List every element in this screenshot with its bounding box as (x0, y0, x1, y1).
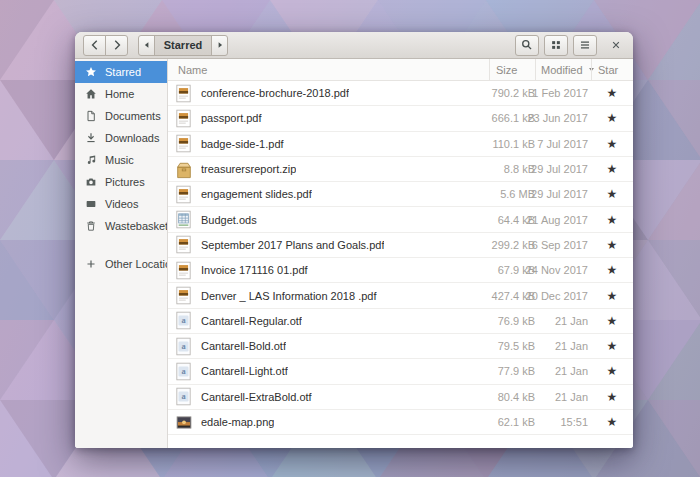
titlebar[interactable]: Starred (75, 32, 633, 59)
file-name-cell: treasurersreport.zip (168, 159, 489, 180)
sidebar-spacer (75, 237, 167, 253)
table-row[interactable]: badge-side-1.pdf110.1 kB7 Jul 2017★ (168, 132, 633, 157)
file-name: edale-map.png (201, 416, 274, 428)
star-icon[interactable]: ★ (607, 87, 618, 99)
table-row[interactable]: September 2017 Plans and Goals.pdf299.2 … (168, 233, 633, 258)
file-name-cell: Denver _ LAS Information 2018 .pdf (168, 285, 489, 306)
sidebar-item-label: Wastebasket (105, 220, 168, 232)
triangle-right-icon (214, 39, 226, 51)
table-row[interactable]: aCantarell-Regular.otf76.9 kB21 Jan★ (168, 309, 633, 334)
chevron-right-icon (110, 38, 124, 52)
file-size: 76.9 kB (489, 315, 535, 327)
back-button[interactable] (83, 35, 106, 56)
sidebar-item-label: Documents (105, 110, 161, 122)
star-icon[interactable]: ★ (607, 391, 618, 403)
file-modified: 20 Dec 2017 (535, 290, 591, 302)
search-button[interactable] (515, 35, 539, 56)
star-icon[interactable]: ★ (607, 340, 618, 352)
sidebar-item-videos[interactable]: Videos (75, 193, 167, 215)
sidebar-item-other-locations[interactable]: Other Locations (75, 253, 167, 275)
star-icon[interactable]: ★ (607, 315, 618, 327)
history-nav (83, 35, 128, 56)
file-name-cell: passport.pdf (168, 108, 489, 129)
file-size: 77.9 kB (489, 365, 535, 377)
star-icon[interactable]: ★ (607, 239, 618, 251)
file-star-cell: ★ (591, 264, 633, 276)
trash-icon (85, 220, 97, 232)
star-icon[interactable]: ★ (607, 365, 618, 377)
table-row[interactable]: aCantarell-Light.otf77.9 kB21 Jan★ (168, 359, 633, 384)
star-icon[interactable]: ★ (607, 138, 618, 150)
sidebar-item-label: Videos (105, 198, 138, 210)
image-file-icon (175, 412, 192, 433)
sidebar-item-pictures[interactable]: Pictures (75, 171, 167, 193)
star-icon[interactable]: ★ (607, 163, 618, 175)
table-row[interactable]: treasurersreport.zip8.8 kB29 Jul 2017★ (168, 157, 633, 182)
pdf-file-icon (175, 285, 192, 306)
file-modified: 23 Jun 2017 (535, 112, 591, 124)
table-row[interactable]: Budget.ods64.4 kB21 Aug 2017★ (168, 207, 633, 232)
file-star-cell: ★ (591, 239, 633, 251)
table-row[interactable]: edale-map.png62.1 kB15:51★ (168, 410, 633, 435)
file-name-cell: aCantarell-Light.otf (168, 361, 489, 382)
column-header-name[interactable]: Name (168, 59, 489, 80)
download-icon (85, 132, 97, 144)
path-segment-starred[interactable]: Starred (154, 35, 212, 56)
table-row[interactable]: Invoice 171116 01.pdf67.9 kB24 Nov 2017★ (168, 258, 633, 283)
table-row[interactable]: aCantarell-ExtraBold.otf80.4 kB21 Jan★ (168, 385, 633, 410)
menu-button[interactable] (573, 35, 597, 56)
font-file-icon: a (175, 386, 192, 407)
forward-button[interactable] (105, 35, 128, 56)
hamburger-menu-icon (578, 38, 592, 52)
sidebar-item-starred[interactable]: Starred (75, 61, 167, 83)
star-icon[interactable]: ★ (607, 112, 618, 124)
file-modified: 7 Jul 2017 (535, 138, 591, 150)
file-size: 79.5 kB (489, 340, 535, 352)
file-name: engagement slides.pdf (201, 188, 312, 200)
table-row[interactable]: passport.pdf666.1 kB23 Jun 2017★ (168, 106, 633, 131)
star-icon[interactable]: ★ (607, 264, 618, 276)
file-star-cell: ★ (591, 163, 633, 175)
sidebar-item-downloads[interactable]: Downloads (75, 127, 167, 149)
star-icon[interactable]: ★ (607, 188, 618, 200)
file-rows: conference-brochure-2018.pdf790.2 kB1 Fe… (168, 81, 633, 448)
file-name-cell: aCantarell-Regular.otf (168, 310, 489, 331)
grid-view-button[interactable] (544, 35, 568, 56)
star-icon[interactable]: ★ (607, 416, 618, 428)
table-row[interactable]: conference-brochure-2018.pdf790.2 kB1 Fe… (168, 81, 633, 106)
file-name-cell: engagement slides.pdf (168, 184, 489, 205)
table-row[interactable]: Denver _ LAS Information 2018 .pdf427.4 … (168, 283, 633, 308)
file-name-cell: Invoice 171116 01.pdf (168, 260, 489, 281)
triangle-left-icon (141, 39, 153, 51)
path-scroll-right-button[interactable] (211, 35, 228, 56)
table-row[interactable]: aCantarell-Bold.otf79.5 kB21 Jan★ (168, 334, 633, 359)
sidebar-item-label: Starred (105, 66, 141, 78)
document-icon (85, 110, 97, 122)
sidebar-item-wastebasket[interactable]: Wastebasket (75, 215, 167, 237)
window-content: StarredHomeDocumentsDownloadsMusicPictur… (75, 59, 633, 448)
file-star-cell: ★ (591, 391, 633, 403)
pdf-file-icon (175, 184, 192, 205)
sidebar-item-label: Other Locations (105, 258, 168, 270)
pdf-file-icon (175, 108, 192, 129)
sidebar-item-home[interactable]: Home (75, 83, 167, 105)
star-icon[interactable]: ★ (607, 214, 618, 226)
file-name: passport.pdf (201, 112, 262, 124)
table-row[interactable]: engagement slides.pdf5.6 MB29 Jul 2017★ (168, 182, 633, 207)
sidebar-item-documents[interactable]: Documents (75, 105, 167, 127)
column-header-modified[interactable]: Modified (535, 59, 591, 80)
file-name-cell: aCantarell-Bold.otf (168, 336, 489, 357)
file-modified: 29 Jul 2017 (535, 188, 591, 200)
close-button[interactable] (607, 35, 625, 55)
video-icon (85, 198, 97, 210)
file-name: Cantarell-Bold.otf (201, 340, 286, 352)
star-icon[interactable]: ★ (607, 290, 618, 302)
files-window: Starred (75, 32, 633, 448)
column-header-size[interactable]: Size (489, 59, 535, 80)
path-scroll-left-button[interactable] (138, 35, 155, 56)
file-name: Budget.ods (201, 214, 257, 226)
file-star-cell: ★ (591, 315, 633, 327)
file-name: treasurersreport.zip (201, 163, 296, 175)
column-header-star[interactable]: Star (591, 59, 633, 80)
sidebar-item-music[interactable]: Music (75, 149, 167, 171)
